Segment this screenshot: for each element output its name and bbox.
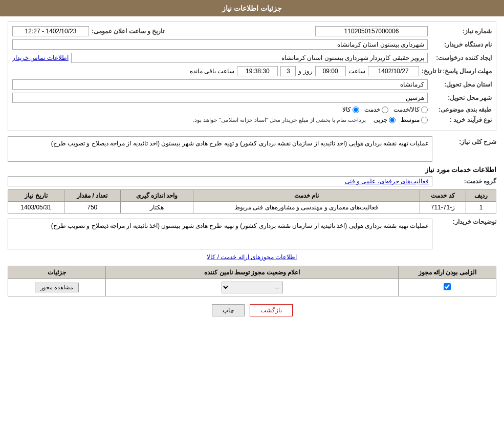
- deadline-date: 1402/10/27: [368, 66, 419, 76]
- category-row: طبقه بندی موضوعی: کالا/خدمت خدمت کالا: [12, 106, 492, 113]
- licenses-link-text: اطلاعات مجوزهای ارائه خدمت / کالا: [207, 253, 297, 261]
- category-label: طبقه بندی موضوعی:: [430, 106, 492, 113]
- group-label: گروه خدمت:: [435, 178, 496, 185]
- cell-name: فعالیت‌های معماری و مهندسی و مشاوره‌های …: [193, 202, 420, 214]
- buyer-org-value: شهرداری بیستون استان کرمانشاه: [12, 39, 428, 50]
- process-note: پرداخت تمام یا بخشی از مبلغ خریدار محل "…: [192, 117, 366, 123]
- footer-buttons: بازگشت چاپ: [8, 304, 496, 316]
- page-title: جزئیات اطلاعات نیاز: [222, 4, 282, 12]
- radio-part-label: جزیی: [374, 116, 387, 123]
- request-number-value: 1102050157000006: [315, 26, 428, 36]
- services-title: اطلاعات خدمات مورد نیاز: [8, 166, 496, 174]
- permit-table: الزامی بودن ارائه مجوز اعلام وضعیت مجوز …: [8, 266, 496, 296]
- radio-service-input[interactable]: [382, 106, 388, 113]
- radio-goods-label: کالا: [342, 106, 351, 113]
- deadline-time-label: ساعت: [348, 68, 365, 75]
- description-row: شرح کلی نیاز: عملیات تهیه نقشه برداری هو…: [8, 136, 496, 162]
- permit-col-required: الزامی بودن ارائه مجوز: [399, 266, 496, 279]
- permit-view-button[interactable]: مشاهده مجوز: [35, 283, 79, 292]
- radio-service: خدمت: [364, 106, 388, 113]
- request-number-row: شماره نیاز: 1102050157000006 تاریخ و ساع…: [12, 26, 492, 36]
- creator-row: ایجاد کننده درخواست: پرویز حقیقی کاربردا…: [12, 53, 492, 63]
- cell-date: 1403/05/31: [8, 202, 64, 214]
- creator-label: ایجاد کننده درخواست:: [430, 54, 492, 61]
- creator-value: پرویز حقیقی کاربردار شهرداری بیستون استا…: [71, 53, 428, 63]
- licenses-link[interactable]: اطلاعات مجوزهای ارائه خدمت / کالا: [8, 253, 496, 261]
- city-value: هرسین: [12, 93, 428, 103]
- buyer-org-row: نام دستگاه خریدار: شهرداری بیستون استان …: [12, 39, 492, 50]
- cell-unit: هکتار: [120, 202, 193, 214]
- deadline-row: مهلت ارسال پاسخ: تا تاریخ: 1402/10/27 سا…: [12, 66, 492, 76]
- buyer-desc-row: توضیحات خریدار: عملیات تهیه نقشه برداری …: [8, 216, 496, 249]
- col-unit: واحد اندازه گیری: [120, 190, 193, 202]
- col-quantity: تعداد / مقدار: [64, 190, 120, 202]
- buyer-desc-label: توضیحات خریدار:: [435, 218, 496, 225]
- process-label: نوع فرآیند خرید :: [430, 116, 492, 123]
- radio-goods-service: کالا/خدمت: [393, 106, 428, 113]
- deadline-days: 3: [280, 66, 296, 76]
- description-label: شرح کلی نیاز:: [435, 138, 496, 145]
- buyer-org-label: نام دستگاه خریدار:: [430, 41, 492, 48]
- creator-link[interactable]: اطلاعات تماس خریدار: [12, 54, 69, 61]
- process-radio-group: متوسط جزیی: [374, 116, 428, 123]
- request-number-label: شماره نیاز:: [430, 28, 492, 35]
- group-row: گروه خدمت: فعالیت‌های حرفه‌ای، علمی و فن…: [8, 176, 496, 186]
- announce-date-label: تاریخ و ساعت اعلان عمومی:: [92, 28, 164, 35]
- radio-service-label: خدمت: [364, 106, 380, 113]
- col-date: تاریخ نیاز: [8, 190, 64, 202]
- radio-part-input[interactable]: [389, 117, 396, 123]
- permit-row: -- مشاهده مجوز: [8, 279, 496, 296]
- permit-col-announce: اعلام وضعیت مجوز توسط نامین کننده: [105, 266, 398, 279]
- col-code: کد خدمت: [420, 190, 466, 202]
- radio-medium-input[interactable]: [421, 117, 428, 123]
- cell-code: ز-71-711: [420, 202, 466, 214]
- table-row: 1 ز-71-711 فعالیت‌های معماری و مهندسی و …: [8, 202, 496, 214]
- city-row: شهر محل تحویل: هرسین: [12, 93, 492, 103]
- radio-medium: متوسط: [401, 116, 428, 123]
- deadline-label: مهلت ارسال پاسخ: تا تاریخ:: [422, 68, 492, 75]
- permit-announce-select[interactable]: --: [222, 282, 283, 293]
- announce-date-value: 1402/10/23 - 12:27: [12, 26, 89, 36]
- buyer-desc-value: عملیات تهیه نقشه برداری هوایی (اخذ تائید…: [8, 219, 432, 249]
- city-label: شهر محل تحویل:: [430, 94, 492, 101]
- print-button[interactable]: چاپ: [212, 304, 245, 316]
- cell-row: 1: [466, 202, 496, 214]
- group-value: فعالیت‌های حرفه‌ای، علمی و فنی: [8, 176, 432, 186]
- radio-goods: کالا: [342, 106, 359, 113]
- permit-section: الزامی بودن ارائه مجوز اعلام وضعیت مجوز …: [8, 266, 496, 296]
- province-row: استان محل تحویل: کرمانشاه: [12, 79, 492, 90]
- permit-col-details: جزئیات: [8, 266, 106, 279]
- category-radio-group: کالا/خدمت خدمت کالا: [342, 106, 428, 113]
- process-row: نوع فرآیند خرید : متوسط جزیی پرداخت تمام…: [12, 116, 492, 123]
- radio-goods-input[interactable]: [353, 106, 359, 113]
- col-row: ردیف: [466, 190, 496, 202]
- cell-quantity: 750: [64, 202, 120, 214]
- province-value: کرمانشاه: [12, 79, 428, 90]
- deadline-remaining: 19:38:30: [237, 66, 278, 76]
- info-section: شماره نیاز: 1102050157000006 تاریخ و ساع…: [8, 22, 496, 131]
- province-label: استان محل تحویل:: [430, 81, 492, 88]
- radio-part: جزیی: [374, 116, 396, 123]
- deadline-days-label: روز و: [298, 68, 312, 75]
- page-header: جزئیات اطلاعات نیاز: [0, 0, 504, 16]
- radio-goods-service-label: کالا/خدمت: [393, 106, 420, 113]
- permit-required-checkbox[interactable]: [444, 283, 451, 290]
- deadline-remaining-label: ساعت باقی مانده: [190, 68, 235, 75]
- col-name: نام خدمت: [193, 190, 420, 202]
- radio-goods-service-input[interactable]: [421, 106, 428, 113]
- back-button[interactable]: بازگشت: [250, 304, 293, 316]
- radio-medium-label: متوسط: [401, 116, 420, 123]
- deadline-time: 09:00: [315, 66, 346, 76]
- services-table: ردیف کد خدمت نام خدمت واحد اندازه گیری ت…: [8, 189, 496, 214]
- description-value: عملیات تهیه نقشه برداری هوایی (اخذ تائید…: [8, 136, 432, 162]
- group-value-link[interactable]: فعالیت‌های حرفه‌ای، علمی و فنی: [345, 178, 429, 185]
